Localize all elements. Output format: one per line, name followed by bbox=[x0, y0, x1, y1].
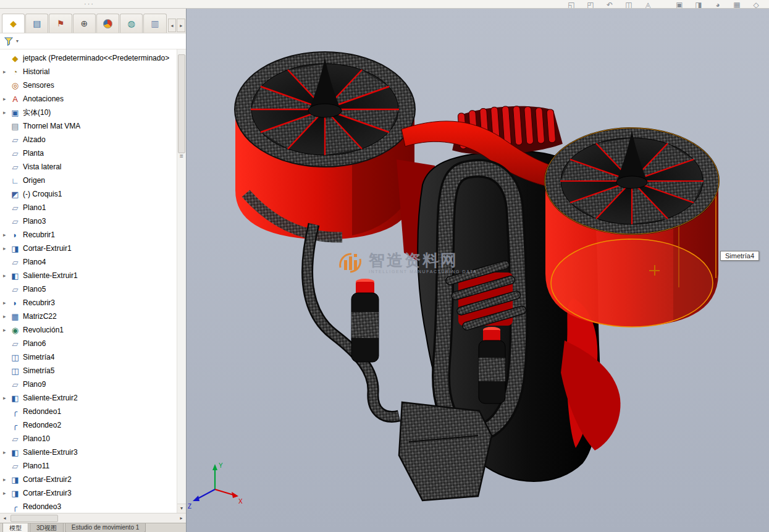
tree-item-simetría4[interactable]: ◫Simetría4 bbox=[0, 350, 177, 364]
expand-arrow[interactable]: ▸ bbox=[3, 313, 10, 319]
propertymanager-tab[interactable]: ▤ bbox=[25, 14, 48, 33]
tree-item-matrizc22[interactable]: ▸▦MatrizC22 bbox=[0, 310, 177, 323]
tree-item-label: Plano9 bbox=[23, 380, 46, 389]
displaymanager-icon bbox=[103, 19, 112, 28]
tree-item-saliente-extruir2[interactable]: ▸◧Saliente-Extruir2 bbox=[0, 391, 177, 405]
previous-view-icon[interactable]: ↶ bbox=[603, 1, 616, 9]
tree-item-plano4[interactable]: ▱Plano4 bbox=[0, 255, 177, 269]
tree-item-cortar-extruir2[interactable]: ▸◨Cortar-Extruir2 bbox=[0, 473, 177, 486]
filter-funnel-icon[interactable] bbox=[4, 36, 14, 46]
section-view-icon[interactable]: ◫ bbox=[622, 1, 636, 9]
expand-arrow[interactable]: ▸ bbox=[3, 109, 10, 116]
sustainability-manager-tab[interactable]: ▥ bbox=[143, 14, 166, 33]
edit-appearance-icon[interactable]: ◕ bbox=[711, 1, 725, 9]
expand-arrow[interactable]: ▸ bbox=[3, 449, 10, 455]
tree-item-thornel-mat-vma[interactable]: ▤Thornel Mat VMA bbox=[0, 119, 177, 133]
panel-drag-handle[interactable]: ··· bbox=[84, 0, 95, 7]
expand-arrow[interactable]: ▸ bbox=[3, 96, 10, 102]
tree-item-实体-10[interactable]: ▸▣实体(10) bbox=[0, 106, 177, 119]
tree-item-revolución1[interactable]: ▸◉Revolución1 bbox=[0, 323, 177, 337]
plane-icon: ▱ bbox=[10, 340, 20, 348]
tree-item-sensores[interactable]: ◎Sensores bbox=[0, 78, 177, 92]
jetpack-model[interactable] bbox=[187, 8, 769, 532]
triad-y-label: Y bbox=[219, 462, 223, 469]
tree-item-label: Plano4 bbox=[23, 258, 46, 266]
expand-arrow[interactable]: ▸ bbox=[3, 300, 10, 306]
tree-item-planta[interactable]: ▱Planta bbox=[0, 146, 177, 160]
tree-item-croquis1[interactable]: ◩(-) Croquis1 bbox=[0, 187, 177, 201]
graphics-viewport[interactable]: 智造资料网 INTELLIGENT MANUFACTURING DATA Sim… bbox=[187, 8, 769, 532]
tree-item-redondeo3[interactable]: ╭Redondeo3 bbox=[0, 500, 177, 513]
left-throttle-grip[interactable] bbox=[351, 279, 379, 362]
tree-item-plano10[interactable]: ▱Plano10 bbox=[0, 432, 177, 445]
view-settings-icon[interactable]: ◇ bbox=[749, 1, 763, 9]
expand-arrow[interactable]: ▸ bbox=[3, 69, 10, 75]
tree-item-recubrir1[interactable]: ▸◗Recubrir1 bbox=[0, 228, 177, 242]
expand-arrow[interactable]: ▸ bbox=[3, 476, 10, 483]
expand-arrow[interactable]: ▸ bbox=[3, 272, 10, 279]
tree-item-plano9[interactable]: ▱Plano9 bbox=[0, 378, 177, 391]
tree-item-plano3[interactable]: ▱Plano3 bbox=[0, 214, 177, 228]
featuremanager-design-tree-tab[interactable]: ◆ bbox=[2, 14, 25, 33]
tree-item-saliente-extruir1[interactable]: ▸◧Saliente-Extruir1 bbox=[0, 269, 177, 282]
cut-extrude-icon: ◨ bbox=[10, 476, 20, 484]
expand-arrow[interactable]: ▸ bbox=[3, 327, 10, 333]
tree-horizontal-scrollbar[interactable]: ◂ ▸ bbox=[0, 513, 186, 523]
tree-item-cortar-extruir3[interactable]: ▸◨Cortar-Extruir3 bbox=[0, 486, 177, 500]
tree-item-alzado[interactable]: ▱Alzado bbox=[0, 133, 177, 146]
horizontal-scrollbar-thumb[interactable] bbox=[11, 515, 58, 522]
expand-arrow[interactable]: ▸ bbox=[3, 395, 10, 401]
zoom-fit-icon[interactable]: ◱ bbox=[565, 1, 578, 9]
filter-dropdown-arrow[interactable]: ▾ bbox=[16, 38, 19, 44]
left-turbine[interactable] bbox=[235, 52, 415, 240]
tree-item-simetría5[interactable]: ◫Simetría5 bbox=[0, 364, 177, 378]
right-turbine[interactable] bbox=[545, 128, 719, 327]
seat-flap[interactable] bbox=[399, 402, 492, 500]
tree-item-plano6[interactable]: ▱Plano6 bbox=[0, 337, 177, 350]
cam-manager-icon: ◍ bbox=[128, 19, 135, 28]
expand-arrow[interactable]: ▸ bbox=[3, 232, 10, 238]
dimxpertmanager-tab[interactable]: ⊕ bbox=[73, 14, 96, 33]
tree-item-label: jetpack (Predeterminado<<Predeterminado> bbox=[23, 54, 169, 62]
boss-extrude-icon: ◧ bbox=[10, 394, 20, 402]
bottom-tab-模型[interactable]: 模型 bbox=[2, 523, 28, 532]
scroll-left-button[interactable]: ◂ bbox=[0, 514, 9, 523]
hide-show-items-icon[interactable]: ◨ bbox=[692, 1, 705, 9]
tree-item-plano1[interactable]: ▱Plano1 bbox=[0, 201, 177, 214]
displaymanager-tab[interactable] bbox=[96, 14, 119, 33]
tree-vertical-scrollbar[interactable]: ≡ ▾ bbox=[177, 49, 186, 513]
configurationmanager-tab[interactable]: ⚑ bbox=[49, 14, 72, 33]
tree-item-anotaciones[interactable]: ▸AAnotaciones bbox=[0, 92, 177, 106]
tree-item-recubrir3[interactable]: ▸◗Recubrir3 bbox=[0, 296, 177, 310]
scroll-down-button[interactable]: ▾ bbox=[177, 504, 186, 513]
expand-arrow[interactable]: ▸ bbox=[3, 245, 10, 251]
view-orientation-icon[interactable]: ◬ bbox=[641, 1, 655, 9]
top-toolbar-strip: ··· ◱◰↶◫◬▣◨◕▦◇ bbox=[0, 0, 769, 9]
tree-item-plano5[interactable]: ▱Plano5 bbox=[0, 282, 177, 296]
tree-item-saliente-extruir3[interactable]: ▸◧Saliente-Extruir3 bbox=[0, 445, 177, 459]
tree-item-cortar-extruir1[interactable]: ▸◨Cortar-Extruir1 bbox=[0, 242, 177, 255]
tab-scroll-right-button[interactable]: ▸ bbox=[177, 19, 185, 32]
solidworks-window: ··· ◱◰↶◫◬▣◨◕▦◇ ◆▤⚑⊕◍▥◂▸ ▾ ◆jetpack (Pred… bbox=[0, 0, 769, 532]
bottom-tab-3d视图[interactable]: 3D视图 bbox=[30, 523, 64, 532]
cam-manager-tab[interactable]: ◍ bbox=[120, 14, 143, 33]
bottom-tab-estudio-de-movimiento-1[interactable]: Estudio de movimiento 1 bbox=[65, 523, 146, 532]
tab-scroll-left-button[interactable]: ◂ bbox=[168, 19, 177, 32]
tree-item-redondeo1[interactable]: ╭Redondeo1 bbox=[0, 405, 177, 418]
panel-splitter-handle[interactable]: ≡ bbox=[177, 153, 186, 159]
tree-item-origen[interactable]: ∟Origen bbox=[0, 174, 177, 187]
display-style-icon[interactable]: ▣ bbox=[673, 1, 686, 9]
boss-extrude-icon: ◧ bbox=[10, 449, 20, 457]
tree-item-label: Revolución1 bbox=[23, 326, 64, 334]
tree-item-redondeo2[interactable]: ╭Redondeo2 bbox=[0, 418, 177, 432]
zoom-area-icon[interactable]: ◰ bbox=[584, 1, 597, 9]
tree-item-jetpack-predeterminado-predeterminado[interactable]: ◆jetpack (Predeterminado<<Predeterminado… bbox=[0, 51, 177, 65]
vertical-scrollbar-thumb[interactable] bbox=[178, 54, 185, 153]
expand-arrow[interactable]: ▸ bbox=[3, 490, 10, 496]
tree-item-vista-lateral[interactable]: ▱Vista lateral bbox=[0, 160, 177, 174]
apply-scene-icon[interactable]: ▦ bbox=[730, 1, 744, 9]
tree-item-historial[interactable]: ▸◔Historial bbox=[0, 65, 177, 78]
plane-icon: ▱ bbox=[10, 258, 20, 266]
scroll-right-button[interactable]: ▸ bbox=[177, 514, 186, 523]
tree-item-plano11[interactable]: ▱Plano11 bbox=[0, 459, 177, 473]
